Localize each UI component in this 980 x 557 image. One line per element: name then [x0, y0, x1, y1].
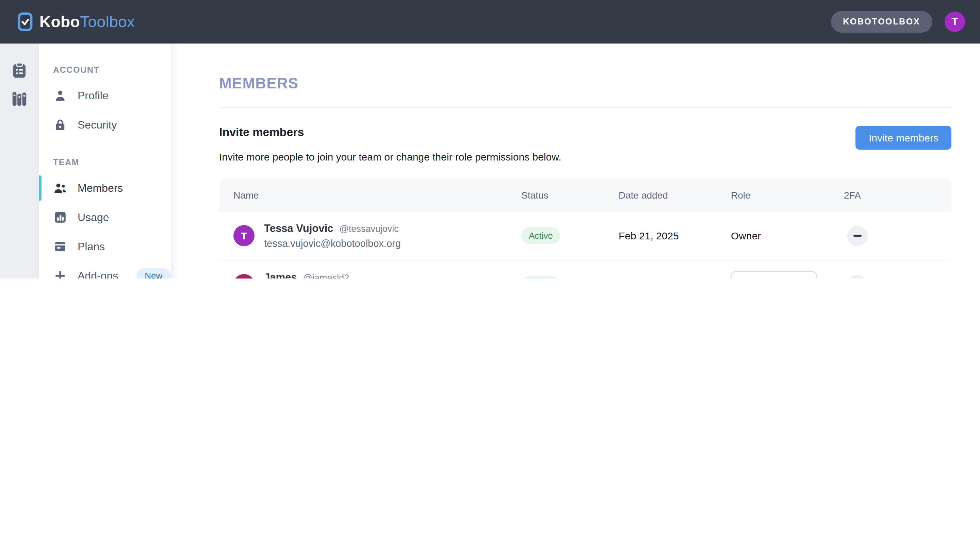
sidebar-section-account: ACCOUNT [39, 65, 172, 75]
sidebar-item-label: Security [78, 119, 117, 131]
table-header: Name Status Date added Role 2FA [219, 179, 951, 211]
page-body: ? ACCOUNT Profile Securit [0, 44, 980, 278]
column-header-name: Name [219, 189, 521, 200]
plans-card-icon [53, 239, 67, 254]
invite-text-block: Invite members Invite more people to joi… [219, 126, 562, 163]
lock-icon [53, 118, 67, 132]
invite-description: Invite more people to join your team or … [219, 151, 562, 163]
projects-icon[interactable] [10, 61, 29, 80]
sidebar-item-addons[interactable]: Add-ons New [39, 261, 172, 278]
brand-kobo: Kobo [39, 13, 80, 30]
sidebar-item-usage[interactable]: Usage [39, 203, 172, 232]
member-handle: @tessavujovic [339, 224, 399, 234]
icon-rail: ? [0, 44, 39, 278]
role-select[interactable]: Admin [731, 271, 817, 278]
organization-badge[interactable]: KOBOTOOLBOX [831, 11, 933, 33]
members-icon [53, 181, 67, 195]
sidebar-item-label: Add-ons [78, 270, 118, 278]
invite-heading: Invite members [219, 126, 562, 139]
top-bar: KoboToolbox KOBOTOOLBOX T [0, 0, 980, 44]
minus-icon [853, 235, 862, 236]
table-row: J James @jamesld2 james.leondufour@kobot… [219, 260, 951, 278]
sidebar-item-plans[interactable]: Plans [39, 232, 172, 261]
sidebar-item-security[interactable]: Security [39, 110, 172, 139]
avatar: J [234, 274, 255, 278]
column-header-2fa: 2FA [844, 189, 906, 200]
member-identity: Tessa Vujovic @tessavujovic tessa.vujovi… [264, 222, 401, 249]
sidebar-item-label: Usage [78, 211, 109, 223]
twofa-disabled-button[interactable] [847, 274, 868, 278]
title-divider [219, 107, 951, 108]
user-avatar[interactable]: T [945, 11, 965, 32]
twofa-disabled-button[interactable] [847, 225, 868, 246]
column-header-role: Role [731, 189, 844, 200]
library-icon[interactable] [10, 90, 29, 108]
app-window: KoboToolbox KOBOTOOLBOX T [0, 0, 980, 278]
main-content: MEMBERS Invite members Invite more peopl… [172, 44, 980, 278]
avatar: T [234, 225, 255, 246]
column-header-status: Status [521, 189, 619, 200]
invite-section: Invite members Invite more people to joi… [219, 126, 951, 163]
person-icon [53, 88, 67, 103]
plus-icon [53, 269, 67, 278]
status-badge: Active [521, 276, 560, 278]
topbar-right: KOBOTOOLBOX T [831, 11, 965, 33]
new-badge: New [136, 268, 170, 278]
member-name: Tessa Vujovic [264, 222, 333, 235]
date-added: Feb 21, 2025 [619, 230, 731, 241]
page-title: MEMBERS [219, 75, 951, 93]
member-handle: @jamesld2 [303, 273, 349, 278]
sidebar-section-team: TEAM [39, 158, 172, 167]
sidebar-item-profile[interactable]: Profile [39, 81, 172, 110]
table-row: T Tessa Vujovic @tessavujovic tessa.vujo… [219, 211, 951, 260]
members-table: Name Status Date added Role 2FA T Tessa … [219, 179, 951, 278]
sidebar-item-label: Profile [78, 90, 109, 102]
rail-top-icons [10, 61, 29, 108]
member-email: tessa.vujovic@kobotoolbox.org [264, 238, 401, 249]
brand-toolbox: Toolbox [80, 13, 135, 30]
column-header-date: Date added [619, 189, 731, 200]
status-badge: Active [521, 227, 560, 244]
member-name-cell: T Tessa Vujovic @tessavujovic tessa.vujo… [219, 222, 521, 249]
member-name: James [264, 271, 297, 278]
member-identity: James @jamesld2 james.leondufour@kobotoo… [264, 271, 420, 278]
kobotoolbox-logo-icon [18, 12, 33, 31]
brand-text: KoboToolbox [39, 14, 135, 29]
member-name-cell: J James @jamesld2 james.leondufour@kobot… [219, 271, 521, 278]
invite-members-button[interactable]: Invite members [856, 126, 951, 150]
role-value: Owner [731, 230, 844, 241]
sidebar-item-label: Members [78, 182, 123, 194]
sidebar-section-team-block: TEAM Members [39, 158, 172, 278]
sidebar-item-members[interactable]: Members [39, 173, 172, 203]
sidebar-item-label: Plans [78, 240, 105, 252]
kobotoolbox-logo[interactable]: KoboToolbox [18, 12, 135, 31]
sidebar: ACCOUNT Profile Security TEAM [39, 44, 172, 278]
usage-chart-icon [53, 210, 67, 225]
